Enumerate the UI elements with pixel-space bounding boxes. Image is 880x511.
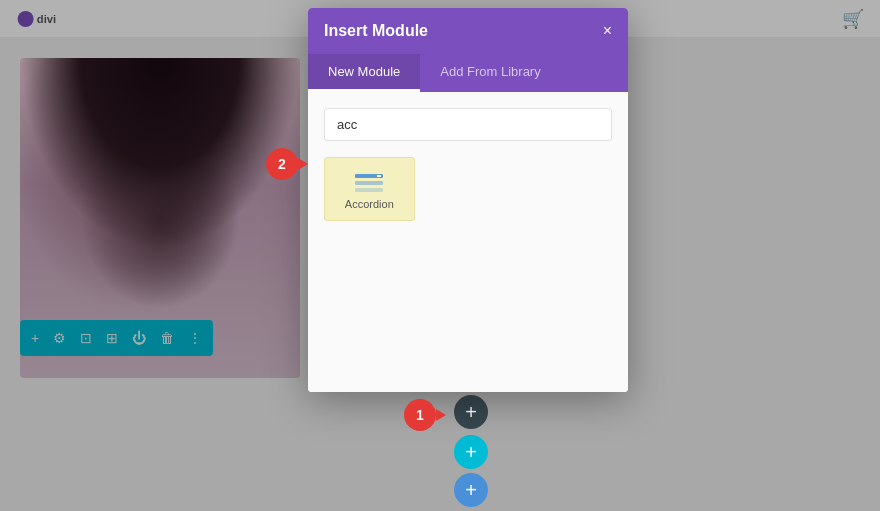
add-module-button-dark[interactable]: + xyxy=(454,395,488,429)
tab-add-from-library[interactable]: Add From Library xyxy=(420,54,560,92)
modal-close-button[interactable]: × xyxy=(603,23,612,39)
step-badge-2: 2 xyxy=(266,148,298,180)
modal-header: Insert Module × xyxy=(308,8,628,54)
accordion-icon: − xyxy=(355,174,383,192)
modules-grid: − Accordion xyxy=(324,157,612,221)
step-badge-1: 1 xyxy=(404,399,436,431)
modal-body: − Accordion xyxy=(308,92,628,392)
module-accordion-label: Accordion xyxy=(345,198,394,210)
module-accordion[interactable]: − Accordion xyxy=(324,157,415,221)
insert-module-modal: Insert Module × New Module Add From Libr… xyxy=(308,8,628,392)
svg-rect-3 xyxy=(355,181,383,185)
add-module-button-teal[interactable]: + xyxy=(454,435,488,469)
badge-2-arrow xyxy=(298,158,308,170)
svg-text:−: − xyxy=(378,174,380,178)
module-search-input[interactable] xyxy=(324,108,612,141)
add-module-button-blue[interactable]: + xyxy=(454,473,488,507)
badge-1-arrow xyxy=(436,409,446,421)
tab-new-module[interactable]: New Module xyxy=(308,54,420,92)
modal-tabs: New Module Add From Library xyxy=(308,54,628,92)
modal-title: Insert Module xyxy=(324,22,428,40)
svg-rect-4 xyxy=(355,188,383,192)
